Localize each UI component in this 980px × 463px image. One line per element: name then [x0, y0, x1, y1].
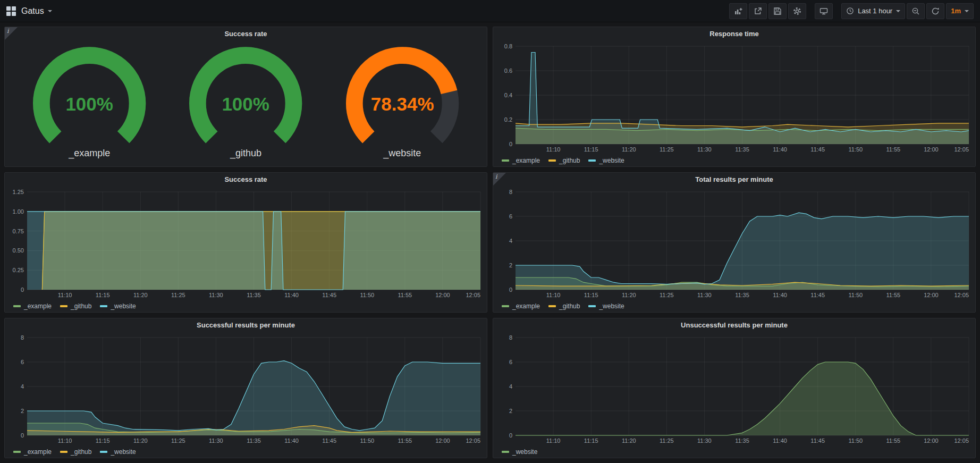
- svg-text:11:30: 11:30: [697, 146, 712, 153]
- refresh-button[interactable]: [926, 3, 944, 19]
- apps-grid-icon[interactable]: [6, 6, 16, 16]
- svg-text:12:00: 12:00: [924, 146, 939, 153]
- panel-title[interactable]: Total results per minute: [493, 173, 975, 187]
- panel-info-corner[interactable]: i: [5, 27, 18, 40]
- legend-item-github[interactable]: _github: [548, 157, 580, 164]
- svg-text:12:05: 12:05: [954, 292, 969, 298]
- chart-successful-results[interactable]: 0246811:1011:1511:2011:2511:3011:3511:40…: [8, 332, 484, 447]
- svg-text:8: 8: [509, 189, 512, 195]
- svg-text:11:25: 11:25: [171, 292, 185, 298]
- svg-text:0.8: 0.8: [504, 43, 512, 49]
- refresh-interval-dropdown[interactable]: 1m: [946, 3, 974, 19]
- zoom-out-button[interactable]: [907, 3, 925, 19]
- legend-item-website[interactable]: _website: [588, 302, 624, 310]
- legend-item-website[interactable]: _website: [100, 302, 136, 310]
- gauge-value: 78.34%: [370, 94, 434, 114]
- legend-label: _example: [512, 157, 540, 164]
- legend-color-swatch: [502, 159, 509, 162]
- legend-label: _website: [599, 157, 624, 164]
- info-icon: i: [495, 173, 497, 180]
- legend: _example_github_website: [493, 301, 975, 313]
- clock-icon: [846, 7, 854, 15]
- panel-title[interactable]: Success rate: [5, 27, 487, 41]
- legend-item-example[interactable]: _example: [13, 448, 52, 456]
- save-button[interactable]: [768, 3, 787, 19]
- dashboard-title-button[interactable]: Gatus: [21, 6, 52, 16]
- add-panel-button[interactable]: [729, 3, 747, 19]
- svg-text:11:20: 11:20: [622, 146, 636, 153]
- navbar: Gatus: [0, 0, 980, 22]
- legend-item-website[interactable]: _website: [100, 448, 136, 456]
- chart-total-results[interactable]: 0246811:1011:1511:2011:2511:3011:3511:40…: [496, 187, 972, 301]
- svg-text:11:45: 11:45: [810, 146, 825, 153]
- legend-label: _example: [24, 302, 52, 310]
- legend-item-example[interactable]: _example: [502, 157, 540, 164]
- gauge-label: _example: [69, 148, 110, 163]
- refresh-icon: [931, 7, 940, 15]
- svg-text:11:15: 11:15: [96, 292, 110, 298]
- svg-text:0: 0: [509, 141, 512, 147]
- svg-text:0.2: 0.2: [504, 116, 512, 123]
- svg-text:11:55: 11:55: [886, 437, 900, 444]
- svg-text:2: 2: [509, 408, 512, 414]
- svg-text:11:40: 11:40: [284, 292, 299, 298]
- svg-text:12:00: 12:00: [435, 437, 450, 444]
- legend-item-github[interactable]: _github: [60, 448, 91, 456]
- legend-item-github[interactable]: _github: [548, 302, 580, 310]
- svg-text:11:20: 11:20: [133, 292, 148, 298]
- chart-unsuccessful-results[interactable]: 0246811:1011:1511:2011:2511:3011:3511:40…: [496, 332, 972, 447]
- legend-color-swatch: [502, 451, 509, 453]
- cycle-view-button[interactable]: [815, 3, 833, 19]
- svg-text:11:20: 11:20: [622, 437, 636, 444]
- gear-icon: [793, 7, 801, 15]
- dashboard-title: Gatus: [21, 6, 44, 16]
- svg-text:0.6: 0.6: [504, 68, 512, 74]
- svg-text:11:45: 11:45: [810, 437, 825, 444]
- svg-text:11:50: 11:50: [360, 292, 374, 298]
- panel-title[interactable]: Successful results per minute: [5, 318, 487, 332]
- legend: _example_github_website: [5, 447, 487, 458]
- share-button[interactable]: [749, 3, 767, 19]
- legend-item-website[interactable]: _website: [588, 157, 624, 164]
- svg-text:0: 0: [21, 432, 24, 439]
- svg-text:0.50: 0.50: [13, 247, 24, 254]
- chart-response-time[interactable]: 00.20.40.60.811:1011:1511:2011:2511:3011…: [496, 41, 972, 156]
- monitor-icon: [820, 7, 828, 15]
- svg-text:8: 8: [21, 334, 24, 341]
- svg-text:11:55: 11:55: [886, 146, 900, 153]
- legend-color-swatch: [502, 305, 509, 307]
- info-icon: i: [7, 28, 9, 35]
- legend-item-example[interactable]: _example: [13, 302, 52, 310]
- legend-color-swatch: [100, 305, 107, 307]
- panel-total-results: i Total results per minute 0246811:1011:…: [493, 172, 976, 313]
- svg-text:2: 2: [21, 408, 24, 414]
- panel-title[interactable]: Unsuccessful results per minute: [493, 318, 975, 332]
- legend: _example_github_website: [5, 301, 487, 313]
- chevron-down-icon: [965, 10, 969, 12]
- svg-text:11:20: 11:20: [133, 437, 148, 444]
- svg-text:11:30: 11:30: [209, 292, 223, 298]
- svg-text:11:35: 11:35: [735, 146, 749, 153]
- legend-color-swatch: [548, 305, 556, 307]
- gauge-value: 100%: [222, 94, 270, 114]
- refresh-interval-label: 1m: [951, 7, 961, 15]
- time-range-button[interactable]: Last 1 hour: [841, 3, 905, 19]
- chart-success-rate[interactable]: 00.250.500.751.001.2511:1011:1511:2011:2…: [8, 187, 484, 301]
- legend-item-github[interactable]: _github: [60, 302, 91, 310]
- chevron-down-icon: [48, 10, 52, 12]
- panel-title[interactable]: Response time: [493, 27, 975, 41]
- legend-item-example[interactable]: _example: [502, 302, 540, 310]
- legend-color-swatch: [60, 451, 67, 453]
- settings-button[interactable]: [788, 3, 806, 19]
- svg-text:0: 0: [509, 432, 512, 439]
- panel-title[interactable]: Success rate: [5, 173, 487, 187]
- legend-color-swatch: [60, 305, 67, 307]
- svg-text:4: 4: [21, 383, 24, 390]
- svg-text:11:30: 11:30: [697, 292, 712, 298]
- panel-info-corner[interactable]: i: [493, 173, 506, 186]
- legend-label: _website: [111, 302, 136, 310]
- svg-text:11:10: 11:10: [546, 437, 561, 444]
- dashboard-grid: i Success rate 100%_example100%_github78…: [0, 22, 980, 462]
- legend-item-website[interactable]: _website: [502, 448, 537, 456]
- chart-svg: 0246811:1011:1511:2011:2511:3011:3511:40…: [496, 187, 972, 299]
